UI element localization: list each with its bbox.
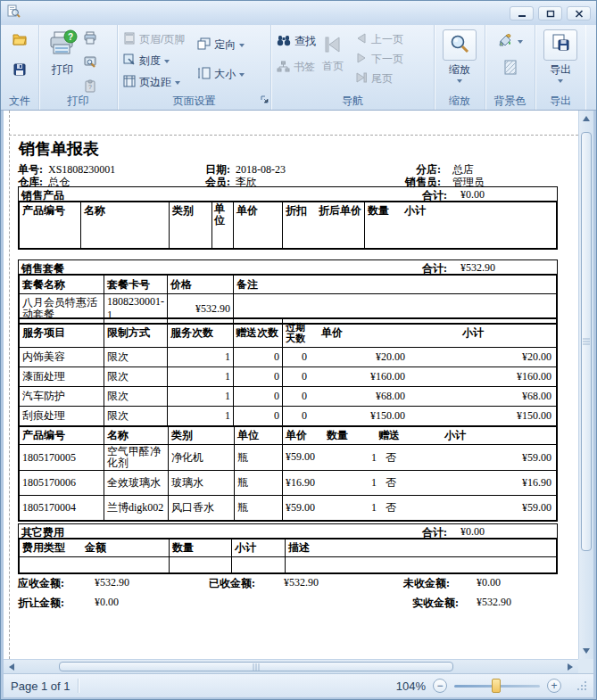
print-group-label: 打印 <box>39 94 117 109</box>
last-page-icon <box>355 72 368 86</box>
service-values: 0¥20.00¥20.00 <box>283 348 557 367</box>
zoom-button-label: 缩放 <box>449 62 470 78</box>
open-button[interactable] <box>11 31 29 51</box>
zoom-slider-thumb[interactable] <box>492 679 501 693</box>
scroll-up-button[interactable] <box>579 112 593 125</box>
next-page-icon <box>355 53 368 66</box>
col-header: 数量 <box>170 539 232 557</box>
scale-label: 刻度 <box>139 54 161 69</box>
product-subtotal: ¥16.90 <box>423 476 553 490</box>
margin-guide-horizontal <box>9 135 578 136</box>
dialog-launcher-icon[interactable] <box>261 91 269 107</box>
maximize-button[interactable] <box>538 6 562 21</box>
size-label: 大小 <box>214 67 236 82</box>
zoom-in-button[interactable]: + <box>547 679 561 693</box>
col-header: 单价 <box>314 325 393 341</box>
service-row: 汽车防护 限次 1 0 0¥68.00¥68.00 <box>20 387 557 407</box>
horizontal-scrollbar[interactable] <box>4 659 578 673</box>
product-category: 风口香水 <box>169 496 235 521</box>
col-header: 数量 <box>368 204 389 217</box>
service-price: ¥20.00 <box>323 350 405 364</box>
service-count: 1 <box>168 387 234 407</box>
col-header-group: 费用类型金额 <box>20 539 170 557</box>
zoom-controls: 104% − + <box>396 679 586 693</box>
zoom-out-button[interactable]: − <box>433 679 447 693</box>
plus-icon: + <box>551 680 557 691</box>
print-settings-button[interactable] <box>82 54 98 73</box>
receivable-label: 应收金额: <box>18 577 64 589</box>
last-page-button: 尾页 <box>353 70 405 87</box>
package-section: 销售套餐 合计: ¥532.90 套餐名称 套餐卡号 价格 备注 八月会员特惠活… <box>18 259 558 325</box>
product-qty: 1 <box>321 476 377 490</box>
other-fees-table: 费用类型金额 数量 小计 描述 <box>19 539 557 573</box>
zoom-button[interactable]: 缩放 <box>438 28 481 95</box>
horizontal-scroll-thumb[interactable] <box>59 662 453 671</box>
product-gift: 否 <box>377 500 423 515</box>
total-value: ¥0.00 <box>460 188 485 202</box>
thumb-grip <box>583 339 590 345</box>
col-header: 过期天数 <box>286 323 314 343</box>
package-band: 销售套餐 合计: ¥532.90 <box>19 260 557 275</box>
quick-print-button[interactable] <box>82 30 98 49</box>
bgcolor-group: 背景色 <box>485 25 535 110</box>
scroll-right-button[interactable] <box>564 660 576 673</box>
service-limit: 限次 <box>104 348 168 367</box>
col-header: 描述 <box>286 539 557 557</box>
margins-icon <box>123 75 136 90</box>
titlebar[interactable] <box>1 1 596 25</box>
orientation-button[interactable]: 定向 <box>195 37 246 54</box>
save-button[interactable] <box>12 62 28 81</box>
margins-button[interactable]: 页边距 <box>121 74 187 91</box>
service-subtotal: ¥160.00 <box>405 370 553 383</box>
close-button[interactable] <box>567 6 591 21</box>
services-section: 服务项目 限制方式 服务次数 赠送次数 过期天数单价小计 内饰美容 限次 1 0… <box>18 317 558 427</box>
zoom-slider[interactable] <box>454 679 540 693</box>
thumb-grip <box>253 663 260 671</box>
last-page-label: 尾页 <box>371 71 393 86</box>
col-header: 小计 <box>404 204 426 217</box>
service-count: 1 <box>168 407 234 426</box>
size-button[interactable]: 大小 <box>195 66 246 83</box>
zoom-group: 缩放 缩放 <box>435 25 485 110</box>
product-unit: 瓶 <box>235 445 283 471</box>
service-limit: 限次 <box>104 407 168 426</box>
report-page: 销售单报表 单号: XS1808230001 日期: 2018-08-23 分店… <box>4 111 578 659</box>
scale-button[interactable]: 刻度 <box>121 53 187 70</box>
service-expire: 0 <box>286 390 323 403</box>
product-price: ¥59.00 <box>286 451 321 464</box>
watermark-button[interactable] <box>503 59 518 79</box>
find-button[interactable]: 查找 <box>275 33 318 50</box>
order-no-value: XS1808230001 <box>48 163 115 176</box>
vertical-scroll-thumb[interactable] <box>581 132 592 551</box>
minimize-icon <box>518 5 527 21</box>
allowance-label: 折让金额: <box>18 597 64 609</box>
minimize-button[interactable] <box>510 6 534 21</box>
resize-grip[interactable] <box>577 681 586 690</box>
export-button[interactable]: 导出 <box>539 28 582 95</box>
col-header: 单位 <box>212 202 234 249</box>
scroll-left-button[interactable] <box>5 660 18 673</box>
status-bar: Page 1 of 1 104% − + <box>4 673 593 697</box>
section-title: 销售产品 <box>21 188 64 203</box>
export-group-label: 导出 <box>535 94 585 109</box>
print-button[interactable]: ? 打印 <box>43 28 82 95</box>
received-label: 已收金额: <box>209 577 255 589</box>
zoom-group-label: 缩放 <box>435 94 485 109</box>
service-subtotal: ¥20.00 <box>405 350 553 364</box>
product-unit: 瓶 <box>235 496 283 521</box>
pagesetup-group-label: 页面设置 <box>118 94 270 109</box>
service-name: 汽车防护 <box>20 387 104 407</box>
print-settings-icon <box>83 55 97 72</box>
background-color-button[interactable] <box>496 32 525 51</box>
vertical-scrollbar[interactable] <box>578 111 593 659</box>
arrow-right-icon <box>568 663 573 671</box>
service-free: 0 <box>234 348 283 367</box>
cell <box>232 557 286 573</box>
printer-question-icon: ? <box>47 29 78 61</box>
service-values: 0¥150.00¥150.00 <box>283 407 557 426</box>
file-group-label: 文件 <box>1 94 38 109</box>
scroll-down-button[interactable] <box>579 645 593 657</box>
bgcolor-group-label: 背景色 <box>485 94 535 109</box>
product-row: 1805170006 全效玻璃水 玻璃水 瓶 ¥16.901否¥16.90 <box>20 471 557 496</box>
service-price: ¥68.00 <box>323 390 405 403</box>
